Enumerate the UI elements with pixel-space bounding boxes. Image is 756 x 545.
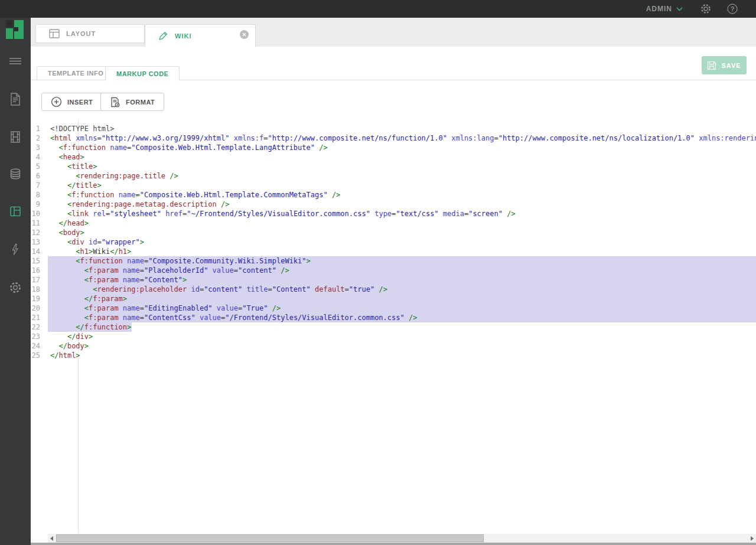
top-bar: ADMIN ? [0,0,756,18]
code-line[interactable]: 13 <div id="wrapper"> [31,237,756,247]
code-line[interactable]: 21 <f:param name="ContentCss" value="/Fr… [31,313,756,322]
line-number: 7 [31,181,47,190]
line-number: 14 [31,247,47,256]
line-number: 11 [31,218,47,228]
code-line[interactable]: 15 <f:function name="Composite.Community… [31,256,756,266]
insert-button[interactable]: INSERT [41,93,102,111]
line-number: 4 [31,152,47,162]
line-number: 5 [31,162,47,171]
code-line[interactable]: 20 <f:param name="EditingEnabled" value=… [31,303,756,313]
content-pages-icon[interactable] [0,87,31,111]
admin-user-label: ADMIN [646,5,672,13]
admin-user-menu[interactable]: ADMIN [646,0,683,18]
tab-wiki[interactable]: WIKI [145,24,256,47]
code-line[interactable]: 19 </f:param> [31,294,756,303]
line-number: 25 [31,351,47,360]
insert-button-label: INSERT [67,99,93,106]
code-line[interactable]: 4 <head> [31,152,756,162]
horizontal-scrollbar[interactable] [48,534,756,543]
scroll-left-button[interactable] [48,534,56,543]
code-line[interactable]: 10 <link rel="stylesheet" href="~/Fronte… [31,209,756,218]
line-number: 10 [31,209,47,218]
line-number: 9 [31,200,47,209]
line-number: 22 [31,322,47,332]
code-line[interactable]: 16 <f:param name="PlaceholderId" value="… [31,266,756,275]
code-line[interactable]: 3 <f:function name="Composite.Web.Html.T… [31,143,756,152]
code-line[interactable]: 11 </head> [31,218,756,228]
code-line[interactable]: 5 <title> [31,162,756,171]
line-number: 13 [31,237,47,247]
code-line[interactable]: 12 <body> [31,228,756,237]
code-line[interactable]: 8 <f:function name="Composite.Web.Html.T… [31,190,756,200]
line-number: 21 [31,313,47,322]
code-line[interactable]: 14 <h1>Wiki</h1> [31,247,756,256]
line-number: 15 [31,256,47,266]
code-line[interactable]: 1<!DOCTYPE html> [31,124,756,133]
pencil-icon [158,31,168,41]
code-line[interactable]: 22 </f:function> [31,322,756,332]
layout-icon [49,29,60,38]
line-number: 23 [31,332,47,341]
workspace-tab-strip: LAYOUT WIKI [31,18,756,47]
code-line[interactable]: 25</html> [31,351,756,360]
data-icon[interactable] [0,162,31,186]
code-line[interactable]: 9 <rendering:page.metatag.description /> [31,200,756,209]
save-floppy-icon [707,61,716,70]
tab-template-info-label: TEMPLATE INFO [48,70,103,77]
code-line[interactable]: 24 </body> [31,341,756,351]
format-document-icon [110,97,120,107]
tab-layout-label: LAYOUT [66,30,96,37]
sidebar [0,0,31,545]
format-button-label: FORMAT [126,99,155,106]
layout-templates-icon[interactable] [0,200,31,223]
tab-wiki-label: WIKI [175,32,191,40]
system-settings-icon[interactable] [0,276,31,299]
insert-plus-icon [51,96,62,107]
tab-layout[interactable]: LAYOUT [35,24,145,43]
app-logo[interactable] [6,20,24,39]
code-line[interactable]: 7 </title> [31,181,756,190]
window-bottom-edge [31,543,756,545]
line-number: 19 [31,294,47,303]
code-line[interactable]: 18 <rendering:placeholder id="content" t… [31,285,756,294]
line-number: 8 [31,190,47,200]
line-number: 24 [31,341,47,351]
line-number: 20 [31,303,47,313]
media-icon[interactable] [0,125,31,149]
editor-subtabs: TEMPLATE INFO MARKUP CODE [31,66,756,80]
tab-markup-code-label: MARKUP CODE [116,70,168,77]
scrollbar-thumb[interactable] [56,534,484,542]
chevron-down-icon [676,7,683,11]
save-button-label: SAVE [721,62,741,69]
line-number: 17 [31,275,47,285]
line-number: 6 [31,171,47,181]
help-icon[interactable]: ? [726,3,738,15]
code-line[interactable]: 6 <rendering:page.title /> [31,171,756,181]
format-button[interactable]: FORMAT [100,93,164,111]
functions-icon[interactable] [0,238,31,262]
line-number: 1 [31,124,47,133]
tab-markup-code[interactable]: MARKUP CODE [105,66,180,81]
save-button[interactable]: SAVE [702,56,747,74]
close-icon[interactable] [240,30,249,39]
code-line[interactable]: 2<html xmlns="http://www.w3.org/1999/xht… [31,133,756,143]
line-number: 3 [31,143,47,152]
tab-template-info[interactable]: TEMPLATE INFO [37,66,115,80]
code-line[interactable]: 17 <f:param name="Content"> [31,275,756,285]
line-number: 18 [31,285,47,294]
line-number: 12 [31,228,47,237]
line-number: 2 [31,133,47,143]
scroll-right-button[interactable] [748,534,756,543]
code-editor[interactable]: 1<!DOCTYPE html>2<html xmlns="http://www… [31,124,756,360]
svg-text:?: ? [731,5,735,12]
menu-icon[interactable] [0,49,31,73]
line-number: 16 [31,266,47,275]
code-line[interactable]: 23 </div> [31,332,756,341]
settings-gear-icon[interactable] [700,3,712,15]
